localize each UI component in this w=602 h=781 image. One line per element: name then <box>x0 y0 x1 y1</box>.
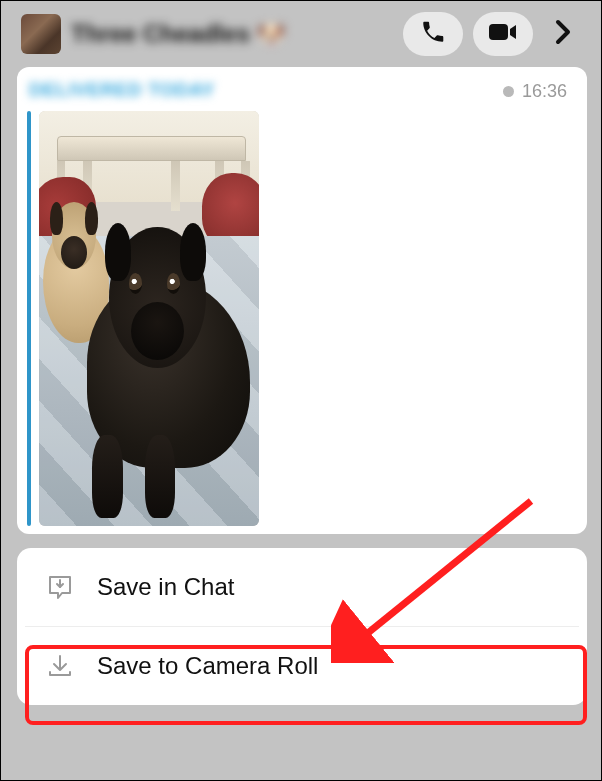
sender-name: DELIVERED TODAY <box>29 79 215 101</box>
save-to-camera-roll-option[interactable]: Save to Camera Roll <box>17 627 587 705</box>
contact-avatar[interactable] <box>21 14 61 54</box>
context-menu: Save in Chat Save to Camera Roll <box>17 548 587 705</box>
chat-download-icon <box>45 572 75 602</box>
timestamp-text: 16:36 <box>522 81 567 102</box>
message-image[interactable] <box>39 111 259 526</box>
chat-message-card: DELIVERED TODAY 16:36 <box>17 67 587 534</box>
status-dot-icon <box>503 86 514 97</box>
phone-icon <box>420 19 446 49</box>
message-timestamp: 16:36 <box>503 81 567 102</box>
message-accent-rail <box>27 111 31 526</box>
contact-name[interactable]: Three Cheadles 🐶 <box>71 20 393 48</box>
call-button[interactable] <box>403 12 463 56</box>
chat-header: Three Cheadles 🐶 <box>17 5 587 63</box>
chevron-right-icon <box>555 19 571 49</box>
chat-settings-button[interactable] <box>543 12 583 56</box>
svg-rect-0 <box>489 24 508 40</box>
save-to-camera-roll-label: Save to Camera Roll <box>97 652 318 680</box>
save-in-chat-label: Save in Chat <box>97 573 234 601</box>
video-call-button[interactable] <box>473 12 533 56</box>
download-tray-icon <box>45 651 75 681</box>
video-icon <box>489 22 517 46</box>
save-in-chat-option[interactable]: Save in Chat <box>17 548 587 626</box>
